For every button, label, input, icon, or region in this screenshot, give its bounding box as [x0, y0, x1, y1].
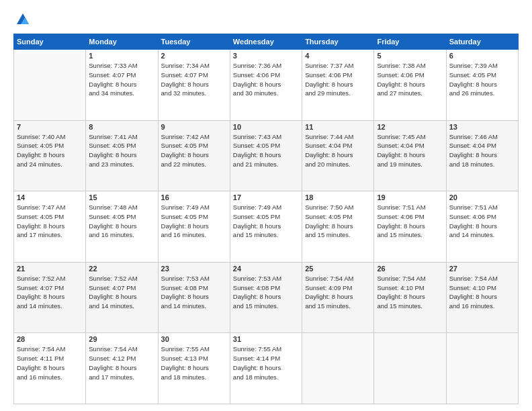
daylight-text: and 18 minutes. — [233, 373, 279, 381]
calendar-day-cell: 23Sunrise: 7:53 AMSunset: 4:08 PMDayligh… — [158, 262, 230, 333]
sunset-text: Sunset: 4:05 PM — [17, 142, 64, 149]
logo-icon — [15, 12, 30, 27]
daylight-text: Daylight: 8 hours — [17, 151, 64, 158]
sunrise-text: Sunrise: 7:41 AM — [89, 133, 137, 140]
day-info: Sunrise: 7:45 AMSunset: 4:04 PMDaylight:… — [377, 132, 443, 169]
sunset-text: Sunset: 4:05 PM — [89, 213, 136, 220]
weekday-header: Friday — [374, 34, 446, 50]
sunrise-text: Sunrise: 7:43 AM — [233, 133, 281, 140]
calendar-day-cell: 28Sunrise: 7:54 AMSunset: 4:11 PMDayligh… — [14, 333, 86, 404]
day-info: Sunrise: 7:49 AMSunset: 4:05 PMDaylight:… — [161, 203, 227, 240]
daylight-text: and 15 minutes. — [305, 302, 351, 310]
calendar-day-cell: 25Sunrise: 7:54 AMSunset: 4:09 PMDayligh… — [302, 262, 374, 333]
daylight-text: and 17 minutes. — [89, 373, 134, 381]
calendar-day-cell: 14Sunrise: 7:47 AMSunset: 4:05 PMDayligh… — [14, 191, 86, 263]
sunset-text: Sunset: 4:05 PM — [305, 213, 352, 220]
sunrise-text: Sunrise: 7:33 AM — [89, 62, 137, 69]
calendar-day-cell: 19Sunrise: 7:51 AMSunset: 4:06 PMDayligh… — [374, 191, 446, 263]
sunrise-text: Sunrise: 7:55 AM — [233, 345, 281, 353]
calendar-day-cell: 24Sunrise: 7:53 AMSunset: 4:08 PMDayligh… — [230, 262, 302, 333]
calendar-day-cell: 18Sunrise: 7:50 AMSunset: 4:05 PMDayligh… — [302, 191, 374, 263]
calendar-day-cell: 3Sunrise: 7:36 AMSunset: 4:06 PMDaylight… — [230, 50, 302, 121]
day-number: 28 — [17, 335, 83, 343]
daylight-text: Daylight: 8 hours — [89, 151, 136, 158]
sunset-text: Sunset: 4:13 PM — [161, 355, 208, 362]
sunrise-text: Sunrise: 7:54 AM — [17, 345, 65, 353]
sunset-text: Sunset: 4:10 PM — [449, 284, 496, 291]
daylight-text: and 14 minutes. — [89, 302, 134, 310]
daylight-text: Daylight: 8 hours — [233, 81, 281, 88]
day-number: 17 — [233, 193, 299, 201]
daylight-text: and 20 minutes. — [305, 161, 351, 168]
day-number: 26 — [377, 265, 443, 273]
daylight-text: Daylight: 8 hours — [89, 364, 136, 371]
sunset-text: Sunset: 4:04 PM — [305, 142, 352, 149]
daylight-text: and 15 minutes. — [305, 231, 351, 238]
daylight-text: and 16 minutes. — [449, 302, 495, 310]
day-number: 21 — [17, 265, 83, 273]
sunset-text: Sunset: 4:08 PM — [233, 284, 280, 291]
daylight-text: Daylight: 8 hours — [17, 222, 64, 230]
daylight-text: Daylight: 8 hours — [449, 293, 497, 300]
calendar-day-cell: 16Sunrise: 7:49 AMSunset: 4:05 PMDayligh… — [158, 191, 230, 263]
day-info: Sunrise: 7:34 AMSunset: 4:07 PMDaylight:… — [161, 61, 227, 98]
calendar-day-cell: 6Sunrise: 7:39 AMSunset: 4:05 PMDaylight… — [446, 50, 518, 121]
calendar-day-cell: 12Sunrise: 7:45 AMSunset: 4:04 PMDayligh… — [374, 120, 446, 191]
sunset-text: Sunset: 4:07 PM — [89, 284, 136, 291]
day-number: 14 — [17, 193, 83, 201]
sunset-text: Sunset: 4:11 PM — [17, 355, 64, 362]
day-info: Sunrise: 7:48 AMSunset: 4:05 PMDaylight:… — [89, 203, 154, 240]
daylight-text: Daylight: 8 hours — [377, 81, 425, 88]
daylight-text: and 19 minutes. — [377, 161, 423, 168]
sunset-text: Sunset: 4:05 PM — [161, 142, 208, 149]
daylight-text: and 14 minutes. — [17, 302, 62, 310]
day-info: Sunrise: 7:47 AMSunset: 4:05 PMDaylight:… — [17, 203, 83, 240]
daylight-text: Daylight: 8 hours — [233, 222, 281, 230]
day-number: 15 — [89, 193, 154, 201]
day-number: 31 — [233, 335, 299, 343]
weekday-header: Sunday — [14, 34, 86, 50]
daylight-text: Daylight: 8 hours — [377, 151, 425, 158]
sunset-text: Sunset: 4:06 PM — [449, 213, 496, 220]
daylight-text: Daylight: 8 hours — [89, 293, 136, 300]
day-number: 20 — [449, 193, 515, 201]
day-info: Sunrise: 7:51 AMSunset: 4:06 PMDaylight:… — [449, 203, 515, 240]
daylight-text: Daylight: 8 hours — [161, 151, 209, 158]
sunrise-text: Sunrise: 7:49 AM — [161, 203, 210, 211]
calendar-day-cell: 8Sunrise: 7:41 AMSunset: 4:05 PMDaylight… — [86, 120, 158, 191]
day-info: Sunrise: 7:54 AMSunset: 4:09 PMDaylight:… — [305, 274, 371, 311]
daylight-text: and 18 minutes. — [449, 161, 495, 168]
calendar-header-row: SundayMondayTuesdayWednesdayThursdayFrid… — [14, 34, 519, 50]
sunrise-text: Sunrise: 7:54 AM — [305, 275, 353, 282]
day-number: 4 — [305, 52, 371, 60]
day-number: 19 — [377, 193, 443, 201]
daylight-text: Daylight: 8 hours — [449, 222, 497, 230]
daylight-text: and 14 minutes. — [161, 302, 207, 310]
header — [13, 12, 519, 27]
calendar-day-cell: 13Sunrise: 7:46 AMSunset: 4:04 PMDayligh… — [446, 120, 518, 191]
day-info: Sunrise: 7:43 AMSunset: 4:05 PMDaylight:… — [233, 132, 299, 169]
weekday-header: Tuesday — [158, 34, 230, 50]
day-number: 8 — [89, 123, 154, 131]
day-info: Sunrise: 7:51 AMSunset: 4:06 PMDaylight:… — [377, 203, 443, 240]
sunrise-text: Sunrise: 7:53 AM — [161, 275, 210, 282]
day-info: Sunrise: 7:41 AMSunset: 4:05 PMDaylight:… — [89, 132, 154, 169]
day-number: 1 — [89, 52, 154, 60]
daylight-text: and 22 minutes. — [161, 161, 207, 168]
day-number: 18 — [305, 193, 371, 201]
calendar-day-cell — [302, 333, 374, 404]
daylight-text: Daylight: 8 hours — [161, 293, 209, 300]
calendar-week-row: 28Sunrise: 7:54 AMSunset: 4:11 PMDayligh… — [14, 333, 519, 404]
sunrise-text: Sunrise: 7:47 AM — [17, 203, 65, 211]
daylight-text: Daylight: 8 hours — [161, 364, 209, 371]
day-info: Sunrise: 7:38 AMSunset: 4:06 PMDaylight:… — [377, 61, 443, 98]
daylight-text: and 24 minutes. — [17, 161, 62, 168]
day-info: Sunrise: 7:52 AMSunset: 4:07 PMDaylight:… — [17, 274, 83, 311]
daylight-text: and 16 minutes. — [89, 231, 134, 238]
calendar-day-cell: 11Sunrise: 7:44 AMSunset: 4:04 PMDayligh… — [302, 120, 374, 191]
daylight-text: and 15 minutes. — [377, 302, 423, 310]
calendar-day-cell — [14, 50, 86, 121]
sunset-text: Sunset: 4:06 PM — [305, 71, 352, 79]
daylight-text: and 34 minutes. — [89, 89, 134, 97]
calendar-day-cell: 10Sunrise: 7:43 AMSunset: 4:05 PMDayligh… — [230, 120, 302, 191]
